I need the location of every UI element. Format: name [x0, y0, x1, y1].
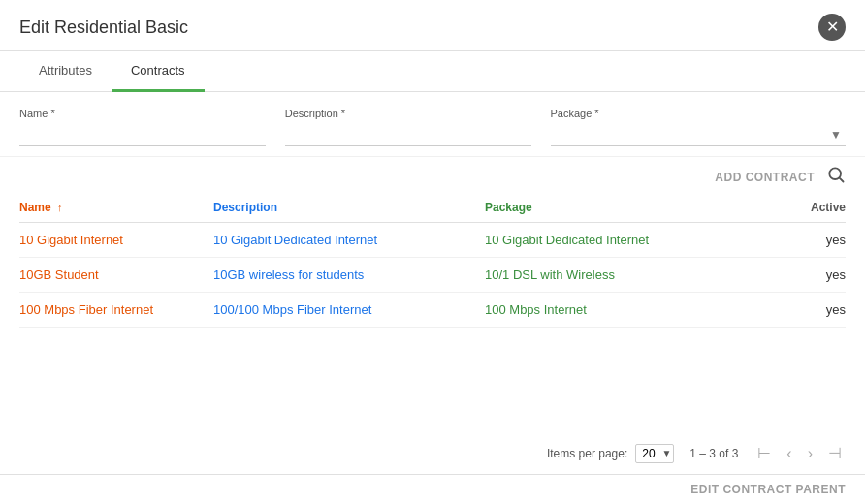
cell-name: 100 Mbps Fiber Internet	[19, 293, 213, 328]
cell-active: yes	[718, 223, 846, 258]
name-label: Name *	[19, 108, 266, 119]
table-wrapper: Name ↑ Description Package Active 10 Gig…	[0, 193, 865, 432]
tab-attributes[interactable]: Attributes	[19, 51, 112, 92]
add-contract-button[interactable]: ADD CONTRACT	[715, 171, 815, 184]
package-label: Package *	[551, 108, 847, 119]
cell-package: 10 Gigabit Dedicated Internet	[485, 223, 718, 258]
cell-description: 10 Gigabit Dedicated Internet	[213, 223, 485, 258]
tabs: Attributes Contracts	[0, 51, 865, 92]
page-info: 1 – 3 of 3	[689, 447, 738, 460]
form-section: Name * Description * Package * ▼	[0, 92, 865, 157]
tab-contracts[interactable]: Contracts	[112, 51, 205, 92]
next-page-icon: ›	[808, 445, 813, 462]
items-per-page-select[interactable]: 5 10 20 50	[635, 444, 674, 463]
table-row: 10GB Student 10GB wireless for students …	[19, 258, 846, 293]
first-page-icon: ⊢	[757, 444, 771, 462]
package-select[interactable]	[551, 123, 847, 145]
cell-package: 100 Mbps Internet	[485, 293, 718, 328]
prev-page-button[interactable]: ‹	[783, 443, 795, 464]
items-per-page-label: Items per page:	[547, 447, 627, 460]
search-icon	[826, 165, 846, 189]
description-input[interactable]	[285, 123, 531, 146]
table-body: 10 Gigabit Internet 10 Gigabit Dedicated…	[19, 223, 846, 328]
search-button[interactable]	[826, 165, 846, 189]
col-description[interactable]: Description	[213, 193, 485, 223]
package-select-wrapper: ▼	[551, 123, 847, 146]
cell-name: 10GB Student	[19, 258, 213, 293]
col-active[interactable]: Active	[718, 193, 846, 223]
cell-active: yes	[718, 258, 846, 293]
table-header-row: Name ↑ Description Package Active	[19, 193, 846, 223]
name-input[interactable]	[19, 123, 266, 146]
sort-arrow-icon: ↑	[57, 202, 63, 213]
modal: Edit Residential Basic ✕ Attributes Cont…	[0, 0, 865, 504]
close-button[interactable]: ✕	[818, 14, 846, 41]
next-page-button[interactable]: ›	[804, 443, 817, 464]
cell-active: yes	[718, 293, 846, 328]
cell-package: 10/1 DSL with Wireless	[485, 258, 718, 293]
edit-contract-parent-button[interactable]: EDIT CONTRACT PARENT	[690, 483, 846, 496]
modal-title: Edit Residential Basic	[19, 17, 188, 38]
name-field-container: Name *	[19, 108, 266, 146]
col-name[interactable]: Name ↑	[19, 193, 213, 223]
col-package[interactable]: Package	[485, 193, 718, 223]
table-row: 100 Mbps Fiber Internet 100/100 Mbps Fib…	[19, 293, 846, 328]
last-page-icon: ⊣	[828, 444, 842, 462]
last-page-button[interactable]: ⊣	[824, 442, 846, 464]
svg-line-1	[840, 178, 844, 182]
package-field-container: Package * ▼	[551, 108, 847, 146]
cell-name: 10 Gigabit Internet	[19, 223, 213, 258]
description-label: Description *	[285, 108, 531, 119]
modal-footer: EDIT CONTRACT PARENT	[0, 474, 865, 504]
prev-page-icon: ‹	[786, 445, 791, 462]
first-page-button[interactable]: ⊢	[753, 442, 775, 464]
items-per-page-wrapper: 5 10 20 50 ▼	[635, 444, 674, 463]
cell-description: 10GB wireless for students	[213, 258, 485, 293]
table-row: 10 Gigabit Internet 10 Gigabit Dedicated…	[19, 223, 846, 258]
pagination: Items per page: 5 10 20 50 ▼ 1 – 3 of 3 …	[0, 432, 865, 474]
contracts-table: Name ↑ Description Package Active 10 Gig…	[19, 193, 846, 328]
modal-header: Edit Residential Basic ✕	[0, 0, 865, 51]
description-field-container: Description *	[285, 108, 531, 146]
table-controls: ADD CONTRACT	[0, 157, 865, 193]
cell-description: 100/100 Mbps Fiber Internet	[213, 293, 485, 328]
